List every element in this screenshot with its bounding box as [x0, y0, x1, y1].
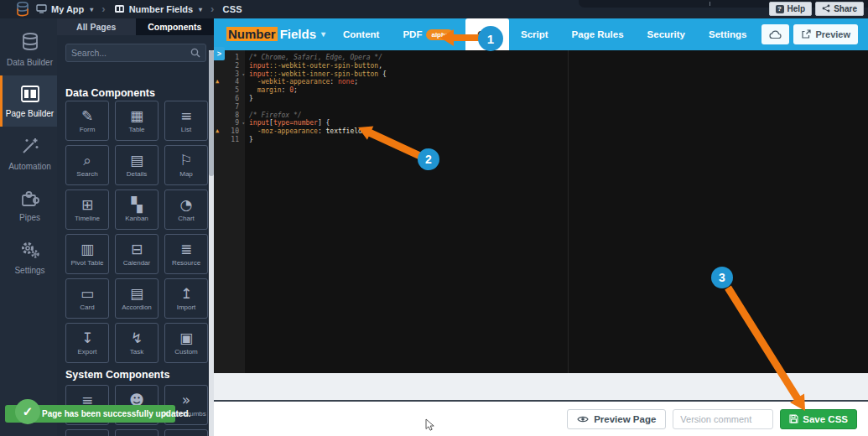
success-toast: ✓ Page has been successfully updated. ✕	[5, 405, 175, 423]
code-line-2[interactable]: input::-webkit-outer-spin-button,	[249, 62, 868, 70]
nav-item-pipes[interactable]: Pipes	[0, 179, 57, 231]
preview-button[interactable]: Preview	[793, 24, 858, 44]
tab-content[interactable]: Content	[331, 18, 391, 50]
page-title[interactable]: Number Fields ▾	[226, 27, 325, 41]
panel-collapse-toggle[interactable]: >	[214, 47, 225, 60]
puzzle-icon	[20, 189, 40, 209]
component-tile-map[interactable]: ⚐Map	[164, 145, 208, 185]
component-tile-timeline[interactable]: ⊞Timeline	[65, 189, 109, 230]
code-line-11[interactable]: }	[249, 136, 868, 144]
component-tile-form[interactable]: ✎Form	[65, 101, 109, 141]
component-tile-label: List	[181, 126, 191, 133]
breadcrumbs-icon: »	[182, 392, 190, 408]
nav-item-data-builder[interactable]: Data Builder	[0, 18, 57, 75]
preview-page-button[interactable]: Preview Page	[567, 409, 666, 429]
component-tile-pivot-table[interactable]: ▥Pivot Table	[65, 234, 109, 274]
help-button[interactable]: ? Help	[769, 2, 813, 16]
calendar-icon: ⊟	[131, 241, 143, 257]
editor-code-area[interactable]: /* Chrome, Safari, Edge, Opera */input::…	[245, 50, 868, 373]
component-tile-label: Kanban	[125, 215, 148, 222]
code-line-9[interactable]: input[type=number] {	[249, 119, 868, 127]
tab-security[interactable]: Security	[636, 18, 697, 50]
component-search-input[interactable]	[66, 48, 190, 58]
tab-pdf[interactable]: PDF alpha	[391, 18, 465, 50]
component-tile-list[interactable]: ≡List	[164, 101, 208, 141]
component-tile-label: Calendar	[123, 259, 150, 267]
external-link-icon	[801, 29, 811, 39]
page-builder-icon	[20, 85, 40, 105]
components-scrollbar[interactable]	[209, 50, 214, 436]
title-rest: Fields	[280, 27, 316, 41]
main-panel: Number Fields ▾ Content PDF alpha CSS Sc…	[214, 18, 868, 436]
component-tile-chart[interactable]: ◔Chart	[164, 189, 208, 230]
app-menu-label: My App	[51, 4, 84, 14]
chevron-down-icon: ▾	[199, 6, 202, 13]
version-comment-input[interactable]	[673, 409, 773, 429]
toast-close-icon[interactable]: ✕	[163, 409, 169, 418]
nav-item-settings[interactable]: Settings	[0, 231, 57, 283]
tab-script[interactable]: Script	[509, 18, 560, 50]
database-icon	[20, 32, 40, 54]
gutter-line-4: ▲4	[214, 78, 245, 86]
component-tile-export[interactable]: ↧Export	[65, 323, 109, 363]
component-tile-calendar[interactable]: ⊟Calendar	[115, 234, 159, 274]
component-tile-kanban[interactable]: ▚Kanban	[115, 189, 159, 230]
component-tile-label: Task	[130, 348, 143, 356]
editor-footer: Preview Page Save CSS	[214, 402, 868, 436]
share-button[interactable]: Share	[815, 2, 864, 16]
component-tile-label: Card	[80, 304, 94, 311]
step-badge-1: 1	[478, 26, 503, 51]
warning-icon: ▲	[216, 78, 219, 86]
cloud-versions-button[interactable]	[761, 24, 789, 44]
nav-item-page-builder[interactable]: Page Builder	[0, 75, 57, 127]
save-css-button[interactable]: Save CSS	[780, 409, 857, 429]
component-tile-table[interactable]: ▦Table	[115, 101, 159, 141]
component-tile-partial[interactable]: ↩	[115, 429, 159, 436]
component-tile-import[interactable]: ↥Import	[164, 278, 208, 319]
code-line-4[interactable]: -webkit-appearance: none;	[249, 78, 868, 86]
gutter-line-6: 6	[214, 95, 245, 103]
tab-all-pages[interactable]: All Pages	[57, 18, 136, 35]
breadcrumb-current: CSS	[222, 4, 242, 14]
details-icon: ▤	[130, 153, 143, 169]
components-panel: All Pages Components Data Components ✎Fo…	[57, 18, 214, 436]
columns-icon	[114, 4, 125, 15]
component-tile-accordion[interactable]: ▤Accordion	[115, 278, 159, 319]
component-tile-label: Chart	[178, 215, 195, 222]
tadabase-logo-icon[interactable]	[16, 2, 29, 17]
tab-components[interactable]: Components	[136, 18, 215, 35]
pivot-table-icon: ▥	[81, 241, 94, 257]
component-tile-label: Resource	[172, 259, 200, 267]
code-line-5[interactable]: margin: 0;	[249, 86, 868, 95]
component-tile-partial[interactable]: ↩	[65, 429, 109, 436]
component-tile-card[interactable]: ▭Card	[65, 278, 109, 319]
component-tile-custom[interactable]: ▣Custom	[164, 323, 208, 363]
code-line-3[interactable]: input::-webkit-inner-spin-button {	[249, 70, 868, 79]
code-line-1[interactable]: /* Chrome, Safari, Edge, Opera */	[249, 54, 868, 62]
nav-item-automation[interactable]: Automation	[0, 127, 57, 179]
component-tile-task[interactable]: ↯Task	[115, 323, 159, 363]
cloud-download-icon: ↧	[81, 330, 93, 346]
custom-html-icon: ▣	[179, 330, 193, 346]
component-tile-resource[interactable]: ≣Resource	[164, 234, 208, 274]
component-tile-search[interactable]: ⌕Search	[65, 145, 109, 185]
component-tile-partial[interactable]: ⇥	[164, 429, 208, 436]
component-search	[65, 44, 206, 62]
code-line-6[interactable]: }	[249, 95, 868, 103]
css-code-editor[interactable]: 123▾▲456789▾▲1011 /* Chrome, Safari, Edg…	[214, 50, 868, 373]
component-tile-label: Custom	[174, 348, 198, 356]
tab-page-rules[interactable]: Page Rules	[560, 18, 636, 50]
page-menu[interactable]: Number Fields ▾	[114, 4, 202, 15]
editor-gutter: 123▾▲456789▾▲1011	[214, 50, 245, 373]
code-line-10[interactable]: -moz-appearance: textfield;	[249, 127, 868, 136]
component-tile-details[interactable]: ▤Details	[115, 145, 159, 185]
section-title-system-components: System Components	[65, 369, 169, 381]
app-menu[interactable]: My App ▾	[36, 4, 93, 15]
chevron-down-icon: ▾	[90, 6, 93, 13]
resource-icon: ≣	[180, 241, 192, 257]
code-line-7[interactable]	[249, 103, 868, 112]
code-line-8[interactable]: /* Firefox */	[249, 112, 868, 120]
cloud-icon	[769, 30, 782, 39]
share-icon	[822, 4, 830, 14]
tab-settings[interactable]: Settings	[697, 18, 758, 50]
